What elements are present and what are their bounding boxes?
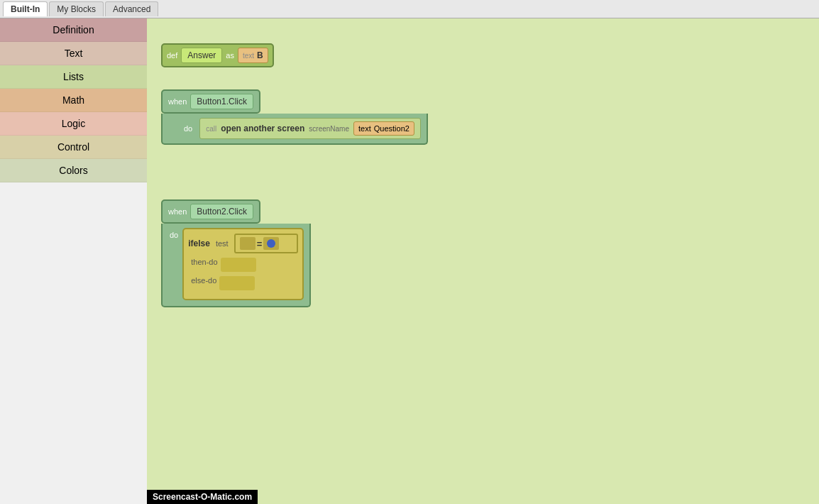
sidebar-item-lists[interactable]: Lists: [0, 65, 147, 89]
text-value-pill: text B: [238, 48, 268, 63]
do-keyword: do: [184, 124, 192, 133]
then-do-slot[interactable]: [221, 258, 256, 272]
btn1-event: Button1.Click: [190, 94, 253, 109]
as-keyword: as: [226, 51, 234, 60]
watermark: Screencast-O-Matic.com: [147, 490, 258, 504]
call-block: call open another screen screenName text…: [199, 118, 421, 139]
button2-click-block[interactable]: when Button2.Click do ifelse test =: [161, 199, 311, 307]
screen-pill: text Question2: [353, 121, 414, 136]
do2-keyword: do: [170, 231, 178, 239]
then-do-label: then-do: [191, 258, 217, 266]
sidebar-item-text[interactable]: Text: [0, 42, 147, 65]
tab-advanced[interactable]: Advanced: [105, 1, 158, 16]
ifelse-block: ifelse test = t: [182, 228, 303, 300]
button1-click-block[interactable]: when Button1.Click do call open another …: [161, 89, 428, 145]
canvas: def Answer as text B when Button1.Click …: [147, 18, 819, 504]
answer-name: Answer: [181, 48, 222, 63]
def-keyword: def: [167, 51, 177, 60]
test-slot[interactable]: =: [234, 234, 298, 253]
btn2-event: Button2.Click: [190, 204, 253, 219]
sidebar-item-definition[interactable]: Definition: [0, 18, 147, 42]
when2-keyword: when: [168, 207, 187, 216]
sidebar-item-control[interactable]: Control: [0, 136, 147, 159]
else-do-slot[interactable]: [219, 276, 255, 290]
sidebar-item-logic[interactable]: Logic: [0, 112, 147, 136]
sidebar: Definition Text Lists Math Logic Control…: [0, 18, 147, 504]
else-do-label: else-do: [191, 276, 216, 285]
answer-block[interactable]: def Answer as text B: [161, 43, 274, 67]
sidebar-item-math[interactable]: Math: [0, 89, 147, 112]
tab-myblocks[interactable]: My Blocks: [49, 1, 104, 16]
when-keyword: when: [168, 97, 187, 106]
tab-builtin[interactable]: Built-In: [3, 1, 48, 16]
sidebar-item-colors[interactable]: Colors: [0, 159, 147, 182]
